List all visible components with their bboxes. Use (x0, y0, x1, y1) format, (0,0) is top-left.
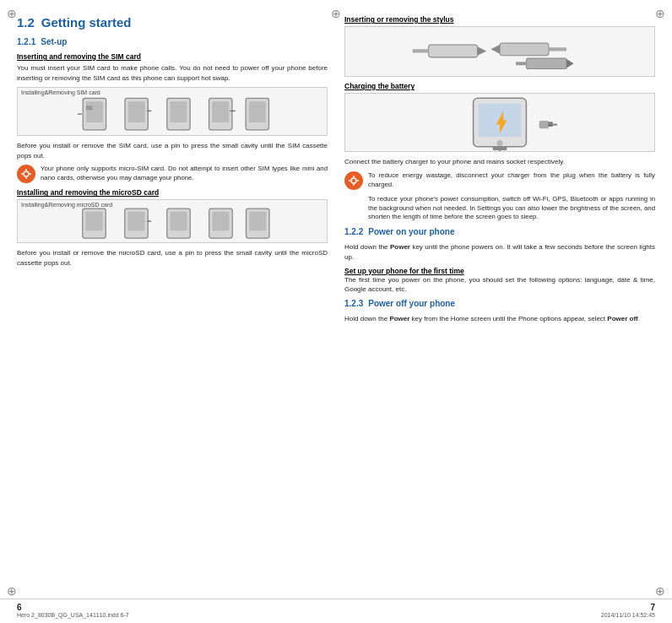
svg-rect-29 (249, 212, 266, 231)
battery-image-box (344, 93, 655, 152)
sim-image-label: Installing&Removing SIM card (21, 89, 100, 95)
power-off-bold-2: Power off (607, 315, 637, 322)
setup-first-body: The first time you power on the phone, y… (344, 275, 655, 295)
subsection-1-2-3-title: Power off your phone (368, 299, 455, 308)
subsection-1-2-1-title: Set-up (41, 37, 67, 46)
subsection-1-2-2-header: 1.2.2 Power on your phone (344, 227, 655, 240)
svg-rect-42 (493, 147, 507, 150)
svg-rect-33 (500, 43, 549, 56)
svg-rect-35 (549, 47, 566, 51)
sim-caption-text: Before you install or remove the SIM car… (17, 141, 328, 160)
svg-point-52 (349, 180, 350, 181)
microsd-image-box: Installing&Removing microSD card (17, 199, 328, 243)
battery-heading: Charging the battery (344, 82, 655, 90)
subsection-1-2-1-number: 1.2.1 (17, 37, 35, 46)
sim-card-image-box: Installing&Removing SIM card (17, 87, 328, 136)
svg-rect-3 (86, 106, 92, 110)
battery-caption-text: Connect the battery charger to your phon… (344, 157, 655, 167)
svg-rect-32 (413, 49, 429, 52)
battery-tip-2-text: To reduce your phone's power consumption… (368, 195, 655, 223)
svg-rect-22 (128, 212, 145, 231)
svg-rect-25 (171, 212, 187, 231)
svg-rect-46 (539, 121, 548, 127)
section-1-2-header: 1.2 Getting started (17, 15, 328, 35)
svg-point-16 (25, 177, 27, 179)
main-content: 1.2 Getting started 1.2.1 Set-up Inserti… (0, 0, 672, 599)
stylus-illustration (345, 27, 654, 76)
svg-rect-13 (249, 101, 266, 122)
stylus-image-box (344, 26, 655, 77)
power-off-body: Hold down the Power key from the Home sc… (344, 314, 655, 324)
sim-tip-box: Your phone only supports micro-SIM card.… (17, 165, 328, 183)
svg-point-14 (24, 171, 29, 176)
left-column: 1.2 Getting started 1.2.1 Set-up Inserti… (17, 15, 328, 590)
footer-right-page-num: 7 (650, 603, 655, 612)
footer-date: 2014/11/10 14:52:45 (601, 612, 655, 618)
top-center-crosshair: ⊕ (331, 7, 341, 20)
battery-tip-2-box: To reduce your phone's power consumption… (344, 195, 655, 223)
stylus-heading: Inserting or removing the stylus (344, 15, 655, 24)
svg-rect-20 (86, 212, 103, 231)
microsd-image-label: Installing&Removing microSD card (21, 202, 112, 208)
svg-point-53 (357, 180, 359, 181)
svg-point-41 (497, 140, 502, 145)
svg-point-15 (25, 169, 27, 171)
corner-crosshair-tr: ⊕ (655, 7, 665, 20)
subsection-1-2-3-header: 1.2.3 Power off your phone (344, 299, 655, 312)
svg-rect-10 (212, 101, 229, 122)
svg-rect-48 (549, 125, 553, 127)
power-on-bold: Power (390, 243, 410, 251)
battery-tip-1-box: To reduce energy wastage, disconnect you… (344, 171, 655, 190)
footer-right: 7 2014/11/10 14:52:45 (601, 603, 655, 618)
microsd-caption-text: Before you install or remove the microSD… (17, 248, 328, 268)
subsection-1-2-3-number: 1.2.3 (344, 299, 363, 308)
svg-rect-38 (516, 62, 527, 65)
section-1-2-title: Getting started (41, 15, 132, 30)
footer-left: 6 Hero 2_8030B_QG_USA_141110.indd 6-7 (17, 603, 129, 618)
footer-left-page-num: 6 (17, 603, 22, 612)
svg-marker-31 (478, 46, 487, 56)
svg-rect-47 (549, 122, 553, 123)
page-container: ⊕ ⊕ ⊕ 1.2 Getting started 1.2.1 Set-up I… (0, 0, 672, 623)
sim-tip-text: Your phone only supports micro-SIM card.… (41, 165, 328, 183)
svg-rect-5 (128, 101, 145, 122)
footer-filename: Hero 2_8030B_QG_USA_141110.indd 6-7 (17, 612, 129, 618)
subsection-1-2-2-title: Power on your phone (368, 227, 454, 236)
svg-point-18 (30, 173, 31, 175)
svg-point-51 (353, 184, 355, 186)
right-column: Inserting or removing the stylus C (344, 15, 655, 590)
tip-gear-icon (20, 168, 32, 180)
battery-tip-1-icon (344, 171, 363, 190)
sim-heading: Inserting and removing the SIM card (17, 52, 328, 61)
power-on-body: Hold down the Power key until the phone … (344, 242, 655, 262)
corner-crosshair-tl: ⊕ (7, 7, 17, 20)
svg-rect-1 (86, 101, 103, 122)
svg-point-50 (353, 176, 355, 177)
corner-crosshair-br: ⊕ (655, 584, 665, 598)
section-1-2-number: 1.2 (17, 15, 35, 30)
subsection-1-2-2-number: 1.2.2 (344, 227, 363, 236)
svg-marker-34 (490, 45, 500, 54)
battery-tip-1-text: To reduce energy wastage, disconnect you… (368, 171, 655, 190)
svg-rect-30 (429, 45, 478, 57)
svg-rect-27 (213, 212, 230, 231)
microsd-heading: Installing and removing the microSD card (17, 188, 328, 197)
footer: 6 Hero 2_8030B_QG_USA_141110.indd 6-7 7 … (0, 599, 672, 623)
svg-rect-8 (171, 101, 187, 122)
battery-illustration (345, 94, 654, 151)
svg-rect-36 (527, 58, 566, 69)
subsection-1-2-1-header: 1.2.1 Set-up (17, 37, 328, 50)
corner-crosshair-bl: ⊕ (7, 584, 17, 598)
tip-gear-icon-2 (348, 175, 360, 187)
svg-point-49 (351, 178, 356, 183)
sim-body-text: You must insert your SIM card to make ph… (17, 63, 328, 83)
svg-point-17 (21, 173, 23, 175)
power-off-bold-1: Power (389, 315, 409, 322)
svg-marker-37 (566, 59, 573, 68)
sim-tip-icon (17, 165, 35, 183)
setup-first-heading: Set up your phone for the first time (344, 267, 464, 275)
